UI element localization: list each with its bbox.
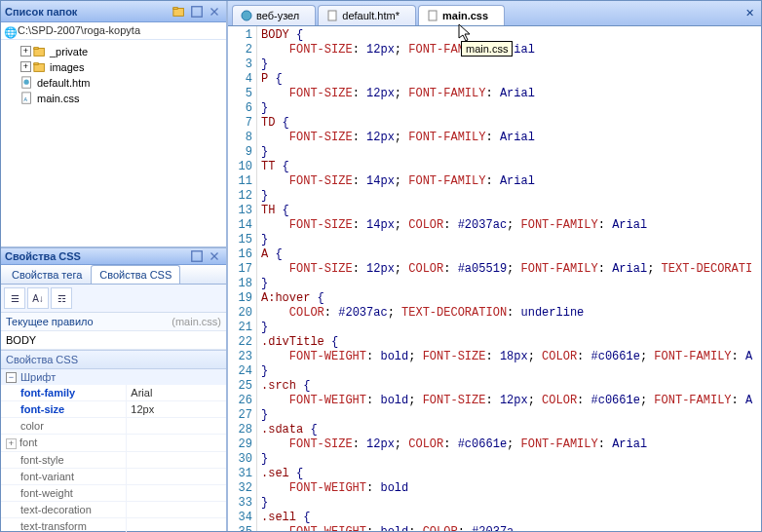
editor-tabs: веб-узелdefault.htm*main.css✕: [228, 1, 761, 26]
css-toolbar: ☰ A↓ ☶: [1, 285, 226, 313]
close-panel-icon[interactable]: [207, 248, 222, 264]
css-property-row[interactable]: font-style: [1, 452, 226, 469]
folder-panel-header: Список папок: [1, 1, 226, 22]
svg-rect-17: [328, 11, 336, 20]
tab-tag-props[interactable]: Свойства тега: [3, 265, 91, 284]
css-property-row[interactable]: text-decoration: [1, 502, 226, 518]
svg-rect-8: [34, 62, 38, 64]
sort-button[interactable]: A↓: [27, 287, 49, 309]
css-panel-header: Свойства CSS: [1, 248, 226, 265]
new-folder-icon[interactable]: [171, 4, 187, 19]
category-view-button[interactable]: ☰: [4, 287, 25, 309]
tree-item[interactable]: default.htm: [3, 75, 224, 91]
svg-rect-2: [192, 6, 203, 17]
css-section-header: Свойства CSS: [1, 350, 226, 369]
css-panel-title: Свойства CSS: [5, 250, 187, 262]
folder-tree: +_private+imagesdefault.htmAmain.css: [1, 40, 226, 110]
svg-point-10: [24, 79, 29, 84]
close-panel-icon[interactable]: [207, 4, 222, 19]
selector-name[interactable]: BODY: [1, 331, 226, 350]
tab-css-props[interactable]: Свойства CSS: [91, 265, 180, 284]
code-area[interactable]: BODY { FONT-SIZE: 12px; FONT-FAMILY: Ari…: [257, 26, 761, 531]
folder-panel-title: Список папок: [5, 6, 170, 18]
close-editor-icon[interactable]: ✕: [742, 5, 757, 20]
css-property-row[interactable]: text-transform: [1, 518, 226, 532]
svg-rect-18: [429, 11, 437, 20]
css-property-row[interactable]: font-familyArial: [1, 385, 226, 401]
svg-point-16: [242, 11, 251, 20]
css-property-row[interactable]: +font: [1, 435, 226, 452]
window-icon[interactable]: [189, 248, 205, 264]
line-gutter: 1234567891011121314151617181920212223242…: [228, 26, 257, 531]
css-property-row[interactable]: font-variant: [1, 469, 226, 485]
doc-tab[interactable]: main.css: [418, 5, 505, 25]
css-property-row[interactable]: font-weight: [1, 485, 226, 502]
code-editor[interactable]: 1234567891011121314151617181920212223242…: [228, 26, 761, 531]
svg-rect-13: [192, 251, 203, 262]
tab-tooltip: main.css: [461, 41, 513, 57]
css-property-row[interactable]: font-size12px: [1, 401, 226, 418]
tree-item[interactable]: +_private: [3, 44, 224, 59]
folder-address[interactable]: 🌐 C:\SPD-2007\roga-kopyta: [1, 22, 226, 40]
svg-rect-1: [173, 7, 177, 9]
tree-item[interactable]: +images: [3, 59, 224, 75]
current-rule-file: (main.css): [171, 316, 221, 327]
css-property-row[interactable]: color: [1, 418, 226, 435]
group-font[interactable]: −Шрифт: [1, 369, 226, 385]
current-rule-label: Текущее правило: [6, 316, 94, 327]
tree-item[interactable]: Amain.css: [3, 91, 224, 106]
doc-tab[interactable]: веб-узел: [232, 5, 316, 25]
show-set-button[interactable]: ☶: [51, 287, 72, 309]
svg-rect-6: [34, 47, 38, 49]
svg-text:A: A: [24, 95, 28, 101]
doc-tab[interactable]: default.htm*: [318, 5, 416, 25]
window-icon[interactable]: [189, 4, 205, 19]
